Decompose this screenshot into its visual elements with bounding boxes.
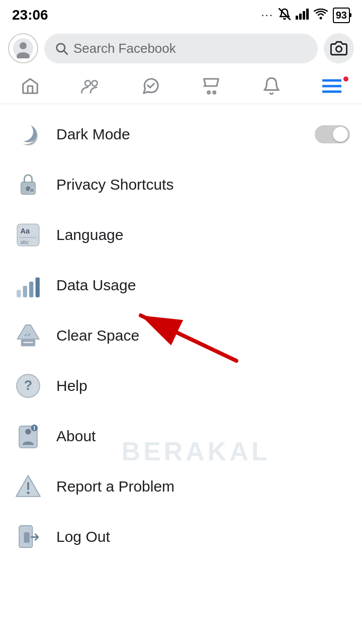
privacy-shortcuts-item[interactable]: i Privacy Shortcuts	[0, 159, 362, 210]
log-out-icon-wrap	[12, 521, 44, 553]
help-item[interactable]: ? Help	[0, 361, 362, 411]
battery-level: 93	[336, 10, 347, 21]
svg-point-11	[336, 46, 341, 52]
svg-point-5	[319, 17, 322, 19]
svg-rect-31	[36, 277, 40, 297]
language-item[interactable]: Aa abc Language	[0, 210, 362, 260]
notifications-icon	[262, 76, 281, 96]
data-usage-label: Data Usage	[56, 277, 136, 294]
svg-rect-28	[17, 290, 21, 297]
svg-text:?: ?	[24, 378, 33, 393]
privacy-shortcuts-icon: i	[15, 172, 41, 198]
menu-notification-dot	[342, 75, 349, 83]
nav-friends[interactable]	[68, 73, 113, 99]
about-item[interactable]: About	[0, 411, 362, 461]
svg-line-10	[64, 51, 67, 54]
language-label: Language	[56, 226, 123, 244]
svg-rect-2	[299, 14, 302, 20]
dark-mode-icon-wrap	[12, 118, 44, 150]
report-problem-item[interactable]: Report a Problem	[0, 461, 362, 512]
friends-icon	[81, 76, 100, 96]
status-time: 23:06	[12, 7, 48, 23]
svg-point-44	[27, 492, 29, 494]
search-bar[interactable]: Search Facebook	[44, 34, 318, 63]
status-bar: 23:06 ···	[0, 0, 362, 28]
nav-marketplace[interactable]	[189, 73, 234, 99]
about-label: About	[56, 428, 96, 445]
nav-notifications[interactable]	[249, 73, 294, 99]
more-icon: ···	[261, 9, 273, 22]
wifi-icon	[314, 9, 328, 22]
svg-point-7	[20, 42, 27, 49]
clear-space-item[interactable]: Clear Space	[0, 310, 362, 361]
svg-point-15	[213, 91, 216, 94]
svg-point-41	[34, 429, 35, 430]
privacy-shortcuts-icon-wrap: i	[12, 169, 44, 201]
marketplace-icon	[202, 76, 221, 96]
svg-point-12	[85, 80, 90, 86]
about-icon-wrap	[12, 420, 44, 452]
avatar-button[interactable]	[8, 33, 38, 63]
svg-text:abc: abc	[20, 239, 29, 245]
svg-point-9	[57, 44, 65, 52]
messenger-icon	[141, 76, 160, 96]
svg-rect-29	[23, 286, 27, 297]
svg-line-0	[279, 9, 290, 20]
svg-text:Aa: Aa	[20, 227, 30, 235]
menu-list: Dark Mode i Privacy Shortcuts	[0, 104, 362, 567]
data-usage-icon	[15, 272, 41, 298]
search-placeholder: Search Facebook	[73, 41, 176, 56]
signal-icon	[296, 9, 309, 22]
avatar-icon	[13, 38, 33, 58]
svg-rect-30	[29, 282, 33, 297]
home-icon	[21, 76, 40, 96]
svg-rect-46	[24, 532, 29, 543]
nav-bar	[0, 68, 362, 104]
nav-messenger[interactable]	[128, 73, 173, 99]
report-problem-icon	[15, 473, 41, 500]
svg-point-38	[25, 429, 31, 434]
svg-point-14	[208, 91, 210, 94]
svg-text:i: i	[32, 190, 33, 193]
clear-space-label: Clear Space	[56, 327, 139, 344]
log-out-icon	[15, 524, 41, 550]
camera-icon	[330, 40, 347, 57]
search-icon	[54, 41, 68, 55]
help-label: Help	[56, 377, 87, 394]
silent-icon	[279, 8, 291, 23]
data-usage-icon-wrap	[12, 269, 44, 301]
svg-rect-1	[296, 16, 298, 20]
nav-home[interactable]	[8, 73, 53, 99]
report-problem-icon-wrap	[12, 470, 44, 503]
menu-icon	[322, 76, 341, 96]
dark-mode-icon	[15, 121, 41, 147]
data-usage-item[interactable]: Data Usage	[0, 260, 362, 310]
help-icon: ?	[15, 373, 41, 399]
top-bar: Search Facebook	[0, 28, 362, 68]
toggle-knob	[333, 127, 348, 142]
help-icon-wrap: ?	[12, 370, 44, 402]
log-out-label: Log Out	[56, 528, 110, 545]
dark-mode-label: Dark Mode	[56, 126, 130, 143]
dark-mode-toggle[interactable]	[315, 125, 350, 143]
language-icon-wrap: Aa abc	[12, 219, 44, 251]
clear-space-icon-wrap	[12, 319, 44, 352]
svg-marker-32	[17, 325, 39, 339]
status-icons: ··· 93	[261, 8, 350, 23]
dark-mode-item[interactable]: Dark Mode	[0, 109, 362, 159]
toggle-switch[interactable]	[315, 125, 350, 143]
svg-rect-4	[306, 9, 309, 20]
privacy-shortcuts-label: Privacy Shortcuts	[56, 176, 173, 193]
svg-rect-3	[303, 11, 305, 20]
about-icon	[15, 423, 41, 449]
battery-icon: 93	[333, 8, 350, 23]
nav-menu[interactable]	[309, 73, 354, 99]
svg-point-13	[92, 80, 98, 86]
camera-button[interactable]	[324, 33, 354, 63]
clear-space-icon	[15, 323, 41, 349]
report-problem-label: Report a Problem	[56, 478, 174, 495]
log-out-item[interactable]: Log Out	[0, 512, 362, 562]
language-icon: Aa abc	[15, 222, 41, 248]
